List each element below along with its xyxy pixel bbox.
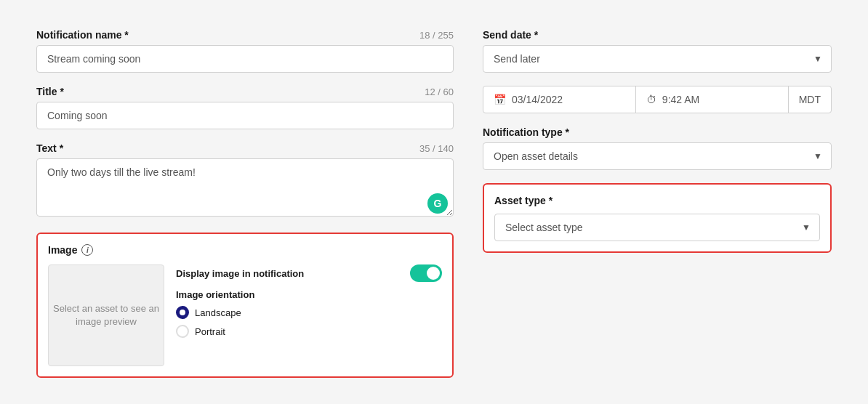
send-date-label: Send date * xyxy=(483,29,832,41)
title-count: 12 / 60 xyxy=(425,86,454,97)
time-field[interactable]: ⏱ 9:42 AM xyxy=(636,86,789,113)
date-value: 03/14/2022 xyxy=(512,94,563,105)
orientation-label: Image orientation xyxy=(176,289,442,300)
title-label: Title * xyxy=(36,86,64,97)
text-textarea[interactable]: Only two days till the live stream! xyxy=(36,158,454,217)
asset-type-section: Asset type * Select asset type Video Aud… xyxy=(483,183,832,253)
send-date-group: Send date * Send now Send later Schedule… xyxy=(483,29,832,73)
info-icon[interactable]: i xyxy=(81,244,93,256)
text-group: Text * 35 / 140 Only two days till the l… xyxy=(36,142,454,219)
landscape-radio-inner xyxy=(180,310,185,315)
landscape-radio-outer xyxy=(176,306,189,319)
datetime-group: 📅 03/14/2022 ⏱ 9:42 AM MDT xyxy=(483,86,832,113)
landscape-label: Landscape xyxy=(195,307,241,318)
toggle-knob xyxy=(427,267,440,280)
time-value: 9:42 AM xyxy=(662,94,699,105)
image-section: Image i Select an asset to see an image … xyxy=(36,233,454,378)
notification-type-select-wrapper: Open asset details Open URL No action ▼ xyxy=(483,142,832,170)
title-input[interactable] xyxy=(36,102,454,129)
main-layout: Notification name * 18 / 255 Title * 12 … xyxy=(36,29,832,378)
portrait-radio[interactable]: Portrait xyxy=(176,325,442,338)
clock-icon: ⏱ xyxy=(646,94,656,105)
text-label: Text * xyxy=(36,142,63,154)
portrait-radio-outer xyxy=(176,325,189,338)
image-label: Image xyxy=(48,244,77,256)
orientation-radio-group: Landscape Portrait xyxy=(176,306,442,338)
page-container: Notification name * 18 / 255 Title * 12 … xyxy=(15,15,853,404)
text-header: Text * 35 / 140 xyxy=(36,142,454,154)
timezone-field: MDT xyxy=(789,86,831,113)
textarea-wrapper: Only two days till the live stream! G xyxy=(36,158,454,219)
send-date-select-wrapper: Send now Send later Schedule ▼ xyxy=(483,45,832,73)
asset-type-label: Asset type * xyxy=(494,195,820,206)
title-header: Title * 12 / 60 xyxy=(36,86,454,97)
display-image-label: Display image in notification xyxy=(176,268,304,279)
image-preview-text: Select an asset to see an image preview xyxy=(49,302,164,328)
image-section-header: Image i xyxy=(48,244,442,256)
notification-name-count: 18 / 255 xyxy=(419,30,454,41)
image-content: Select an asset to see an image preview … xyxy=(48,264,442,366)
display-image-row: Display image in notification xyxy=(176,264,442,282)
date-time-row: 📅 03/14/2022 ⏱ 9:42 AM MDT xyxy=(483,86,832,113)
notification-type-group: Notification type * Open asset details O… xyxy=(483,126,832,170)
notification-name-input[interactable] xyxy=(36,45,454,73)
calendar-icon: 📅 xyxy=(494,94,506,105)
title-group: Title * 12 / 60 xyxy=(36,86,454,129)
timezone-value: MDT xyxy=(799,94,821,105)
image-preview-box: Select an asset to see an image preview xyxy=(48,264,164,366)
display-image-toggle[interactable] xyxy=(410,264,442,282)
asset-type-select[interactable]: Select asset type Video Audio Article Ga… xyxy=(495,214,819,241)
notification-name-header: Notification name * 18 / 255 xyxy=(36,29,454,41)
send-date-select[interactable]: Send now Send later Schedule xyxy=(483,46,831,72)
date-field[interactable]: 📅 03/14/2022 xyxy=(483,86,636,113)
notification-type-label: Notification type * xyxy=(483,126,832,138)
text-count: 35 / 140 xyxy=(419,143,454,154)
image-options: Display image in notification Image orie… xyxy=(176,264,442,366)
notification-type-select[interactable]: Open asset details Open URL No action xyxy=(483,143,831,169)
right-column: Send date * Send now Send later Schedule… xyxy=(483,29,832,378)
asset-type-select-wrapper: Select asset type Video Audio Article Ga… xyxy=(494,214,820,241)
grammarly-icon: G xyxy=(427,193,448,214)
notification-name-group: Notification name * 18 / 255 xyxy=(36,29,454,73)
notification-name-label: Notification name * xyxy=(36,29,129,41)
landscape-radio[interactable]: Landscape xyxy=(176,306,442,319)
left-column: Notification name * 18 / 255 Title * 12 … xyxy=(36,29,454,378)
portrait-label: Portrait xyxy=(195,326,225,337)
